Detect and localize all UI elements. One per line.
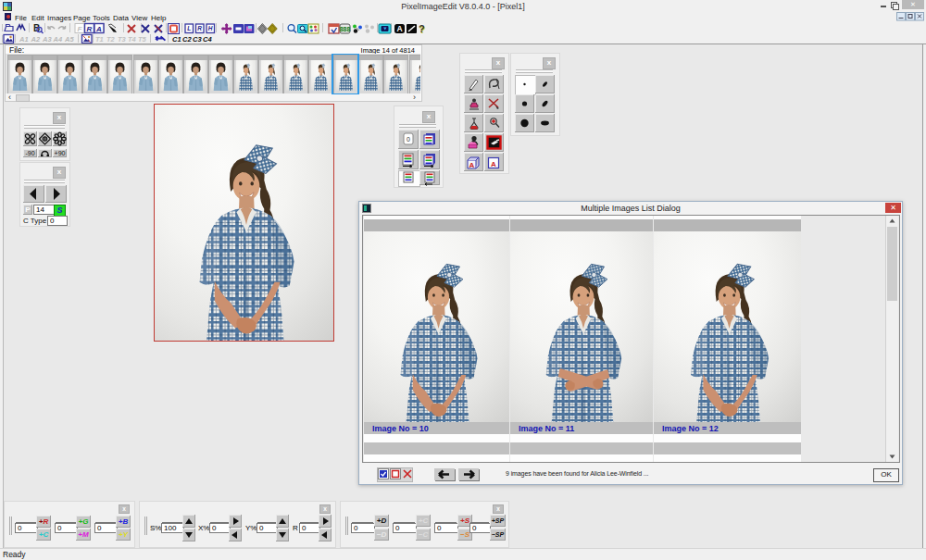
svg-text:0: 0 <box>407 136 410 143</box>
svg-text:C3: C3 <box>193 35 202 44</box>
svg-text:R: R <box>87 25 93 33</box>
svg-text:C1: C1 <box>172 35 181 44</box>
svg-text:T3: T3 <box>118 35 127 44</box>
svg-text:A4: A4 <box>53 35 63 44</box>
svg-text:L: L <box>187 25 191 31</box>
svg-text:A: A <box>469 161 475 169</box>
svg-text:H: H <box>208 25 213 31</box>
svg-text:A: A <box>491 160 496 168</box>
svg-text:A: A <box>396 24 402 33</box>
svg-text:C2: C2 <box>182 35 192 44</box>
svg-text:A2: A2 <box>31 35 41 44</box>
svg-text:R: R <box>197 25 202 31</box>
svg-text:A: A <box>95 25 102 33</box>
svg-text:T4: T4 <box>128 35 137 44</box>
svg-text:T2: T2 <box>106 35 116 44</box>
svg-text:C4: C4 <box>203 35 212 44</box>
svg-text:T1: T1 <box>95 35 104 44</box>
svg-text:?: ? <box>419 23 425 34</box>
svg-text:A1: A1 <box>19 35 29 44</box>
svg-text:888: 888 <box>340 26 351 32</box>
svg-text:T5: T5 <box>138 35 147 44</box>
svg-text:A3: A3 <box>42 35 52 44</box>
svg-text:A5: A5 <box>64 35 74 44</box>
